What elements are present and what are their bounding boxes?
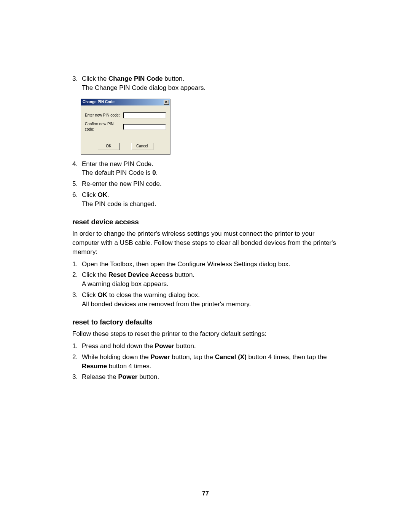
step-number: 1. (72, 260, 78, 269)
step-subtext: A warning dialog box appears. (82, 280, 169, 288)
step-number: 3. (72, 372, 78, 382)
reset-device-access-heading: reset device access (72, 217, 339, 227)
step-5: 5. Re-enter the new PIN code. (72, 179, 339, 189)
reset-access-steps: 1. Open the Toolbox, then open the Confi… (72, 260, 339, 309)
resume-bold: Resume (82, 363, 107, 370)
step-number: 3. (72, 291, 78, 300)
step-number: 2. (72, 270, 78, 280)
step-subtext: All bonded devices are removed from the … (82, 300, 251, 308)
step-3: 3. Click the Change PIN Code button. The… (72, 74, 339, 93)
close-icon[interactable]: ✕ (164, 100, 169, 105)
document-page: 3. Click the Change PIN Code button. The… (0, 0, 411, 382)
step-subtext: The PIN code is changed. (82, 200, 156, 208)
reset-access-intro: In order to change the printer's wireles… (72, 229, 339, 256)
reset-factory-step-1: 1. Press and hold down the Power button. (72, 342, 339, 351)
reset-access-step-3: 3. Click OK to close the warning dialog … (72, 291, 339, 309)
dialog-titlebar: Change PIN Code ✕ (81, 99, 170, 105)
step-subtext: The Change PIN Code dialog box appears. (82, 84, 206, 91)
reset-device-access-bold: Reset Device Access (108, 271, 173, 278)
step-text: Enter the new PIN Code. (82, 160, 153, 168)
enter-pin-label: Enter new PIN code: (85, 113, 123, 118)
dialog-body: Enter new PIN code: Confirm new PIN code… (81, 105, 170, 139)
step-number: 2. (72, 353, 78, 362)
change-pin-code-bold: Change PIN Code (108, 75, 163, 82)
confirm-pin-label: Confirm new PIN code: (85, 121, 123, 132)
pin-steps-list: 3. Click the Change PIN Code button. The… (72, 74, 339, 93)
dialog-title: Change PIN Code (83, 99, 115, 105)
power-bold: Power (155, 342, 174, 350)
reset-factory-steps: 1. Press and hold down the Power button.… (72, 342, 339, 382)
pin-steps-list-cont: 4. Enter the new PIN Code. The default P… (72, 160, 339, 209)
power-bold: Power (118, 373, 137, 380)
confirm-pin-row: Confirm new PIN code: (85, 121, 166, 132)
reset-factory-intro: Follow these steps to reset the printer … (72, 329, 339, 339)
step-text: Re-enter the new PIN code. (82, 180, 162, 187)
step-text: Open the Toolbox, then open the Configur… (82, 260, 290, 268)
change-pin-dialog: Change PIN Code ✕ Enter new PIN code: Co… (81, 99, 170, 154)
reset-factory-step-2: 2. While holding down the Power button, … (72, 353, 339, 371)
step-number: 1. (72, 342, 78, 351)
step-text: Click the (82, 75, 108, 82)
reset-access-step-2: 2. Click the Reset Device Access button.… (72, 270, 339, 289)
ok-bold: OK (98, 191, 108, 198)
reset-factory-step-3: 3. Release the Power button. (72, 372, 339, 382)
dialog-button-row: OK Cancel (81, 140, 170, 154)
step-number: 4. (72, 160, 78, 169)
step-6: 6. Click OK. The PIN code is changed. (72, 190, 339, 209)
reset-factory-heading: reset to factory defaults (72, 317, 339, 328)
enter-pin-row: Enter new PIN code: (85, 112, 166, 118)
enter-pin-input[interactable] (123, 112, 166, 118)
confirm-pin-input[interactable] (123, 124, 166, 130)
page-number: 77 (0, 490, 411, 497)
reset-access-step-1: 1. Open the Toolbox, then open the Confi… (72, 260, 339, 269)
step-number: 6. (72, 190, 78, 200)
cancel-button[interactable]: Cancel (131, 143, 153, 150)
default-pin-bold: 0 (152, 169, 156, 176)
step-number: 5. (72, 179, 78, 189)
step-number: 3. (72, 74, 78, 83)
ok-button[interactable]: OK (98, 143, 120, 150)
power-bold: Power (151, 353, 170, 361)
step-4: 4. Enter the new PIN Code. The default P… (72, 160, 339, 178)
cancel-x-bold: Cancel (X) (215, 353, 247, 361)
ok-bold: OK (98, 291, 108, 299)
